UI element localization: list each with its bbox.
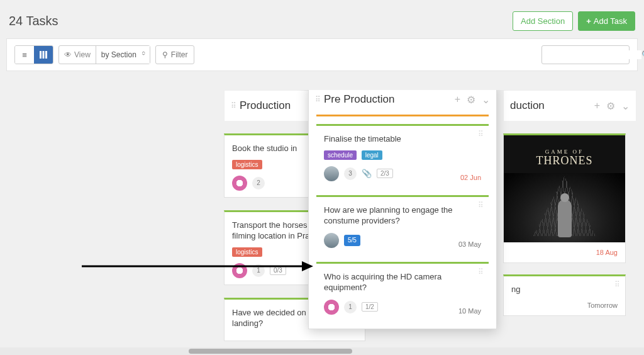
card-handle-icon[interactable]: ⠿: [478, 270, 484, 274]
paperclip-icon: 📎: [362, 169, 372, 178]
task-card[interactable]: ⠿ ng Tomorrow: [503, 274, 626, 316]
due-date: 03 May: [458, 240, 481, 248]
chevron-down-icon[interactable]: ⌄: [621, 100, 630, 112]
search-icon: 🔍: [641, 50, 644, 60]
gear-icon[interactable]: ⚙: [467, 94, 475, 106]
drag-handle-icon[interactable]: ⠿: [315, 98, 320, 101]
avatar[interactable]: [324, 166, 339, 181]
task-card[interactable]: ⠿ GAME OFTHRONES 18 Aug: [503, 133, 626, 263]
card-title: ng: [511, 284, 618, 295]
column-title: Pre Production: [324, 93, 451, 106]
view-label: 👁 View: [59, 50, 96, 59]
card-handle-icon[interactable]: ⠿: [614, 283, 620, 286]
card-handle-icon[interactable]: ⠿: [478, 132, 484, 136]
subtask-count: 1/2: [362, 302, 378, 312]
horizontal-scrollbar-track[interactable]: [0, 347, 644, 355]
search-input[interactable]: [547, 50, 641, 59]
comment-count: 3: [344, 167, 357, 180]
card-title: How are we planning to engage the constu…: [324, 205, 481, 227]
tag: legal: [362, 150, 382, 160]
svg-rect-1: [43, 51, 45, 59]
avatar[interactable]: [324, 300, 339, 315]
card-title: Finalise the timetable: [324, 133, 481, 145]
filter-button[interactable]: ⚲ Filter: [155, 45, 195, 64]
due-date: 18 Aug: [504, 242, 625, 262]
task-card[interactable]: ⠿ How are we planning to engage the cons…: [316, 195, 489, 254]
subtask-count: 5/5: [344, 235, 360, 246]
comment-count: 1: [344, 301, 357, 313]
eye-icon: 👁: [64, 50, 72, 59]
gear-icon[interactable]: ⚙: [606, 100, 615, 112]
add-task-button[interactable]: +Add Task: [578, 11, 635, 31]
column-pre-production-dragging[interactable]: ⠿ Pre Production + ⚙ ⌄ ⠿ Finalise the ti…: [308, 90, 497, 329]
board-view-toggle[interactable]: [34, 46, 53, 64]
chevron-down-icon[interactable]: ⌄: [482, 94, 490, 106]
search-box[interactable]: 🔍: [541, 45, 630, 64]
column-title: duction: [510, 99, 591, 112]
plus-icon: +: [586, 16, 591, 26]
card-image: GAME OFTHRONES: [504, 135, 625, 242]
comment-count: 2: [252, 177, 265, 189]
svg-marker-4: [302, 261, 313, 271]
due-date: 02 Jun: [460, 174, 481, 181]
column-post-production: duction + ⚙ ⌄ ⠿ GAME OFTHRONES 18 Aug ⠿ …: [503, 90, 636, 316]
svg-rect-2: [45, 51, 47, 59]
horizontal-scrollbar-thumb[interactable]: [189, 349, 352, 354]
avatar[interactable]: [324, 233, 339, 248]
grouping-select[interactable]: by Section: [96, 46, 150, 64]
drag-handle-icon[interactable]: ⠿: [231, 104, 236, 108]
card-title: Who is acquiring the HD camera equipment…: [324, 271, 481, 293]
add-section-button[interactable]: Add Section: [513, 11, 573, 31]
annotation-arrow: [82, 259, 314, 274]
board: ⠿ Production ⠿ Book the studio in logist…: [0, 90, 644, 355]
subtask-count: 2/3: [377, 169, 393, 178]
toolbar: ≡ 👁 View by Section ⚲ Filter 🔍: [6, 38, 638, 71]
add-card-icon[interactable]: +: [455, 94, 460, 106]
card-handle-icon[interactable]: ⠿: [478, 203, 484, 207]
task-card[interactable]: ⠿ Who is acquiring the HD camera equipme…: [316, 262, 489, 321]
board-icon: [39, 50, 48, 59]
list-view-toggle[interactable]: ≡: [15, 46, 34, 64]
due-date: Tomorrow: [587, 301, 618, 309]
due-date: 10 May: [458, 307, 481, 315]
add-card-icon[interactable]: +: [594, 100, 600, 112]
funnel-icon: ⚲: [162, 50, 168, 59]
list-icon: ≡: [22, 50, 27, 60]
avatar[interactable]: [232, 176, 247, 191]
page-title: 24 Tasks: [9, 14, 58, 28]
tag: schedule: [324, 150, 357, 160]
task-card[interactable]: ⠿ Finalise the timetable schedule legal …: [316, 124, 489, 188]
tag: logistics: [232, 247, 262, 257]
tag: logistics: [232, 160, 262, 169]
svg-rect-0: [40, 51, 42, 59]
